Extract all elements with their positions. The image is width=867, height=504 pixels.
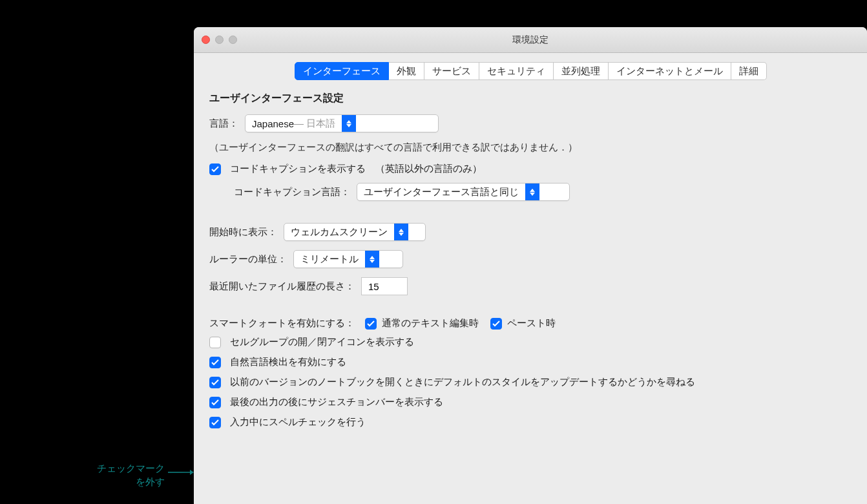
checkbox-update-style[interactable] <box>209 377 221 388</box>
checkbox-smartquote-paste[interactable] <box>490 318 502 330</box>
chevron-updown-icon <box>394 224 408 240</box>
language-native: — 日本語 <box>294 118 335 130</box>
chevron-updown-icon <box>342 115 356 132</box>
tab-services[interactable]: サービス <box>424 62 479 80</box>
language-select[interactable]: Japanese — 日本語 <box>245 114 439 132</box>
checkbox-smartquote-edit[interactable] <box>365 318 377 330</box>
update-style-label: 以前のバージョンのノートブックを開くときにデフォルトのスタイルをアップデートする… <box>230 376 695 388</box>
svg-marker-2 <box>346 120 351 123</box>
checkbox-cell-group[interactable] <box>209 337 221 348</box>
chevron-updown-icon <box>365 251 379 268</box>
cell-group-label: セルグループの開／閉アイコンを表示する <box>230 336 414 348</box>
recent-label: 最近開いたファイル履歴の長さ： <box>209 280 355 293</box>
svg-marker-4 <box>530 189 535 192</box>
annotation-line2: を外す <box>65 475 165 488</box>
svg-marker-9 <box>370 260 375 263</box>
external-annotation: チェックマーク を外す <box>65 461 165 488</box>
svg-marker-8 <box>370 256 375 259</box>
titlebar: 環境設定 <box>194 27 867 53</box>
annotation-line1: チェックマーク <box>65 461 165 475</box>
preferences-window: 環境設定 インターフェース 外観 サービス セキュリティ 並列処理 インターネッ… <box>194 27 867 504</box>
chevron-updown-icon <box>525 184 539 200</box>
tab-interface[interactable]: インターフェース <box>295 62 389 80</box>
tab-parallel[interactable]: 並列処理 <box>554 62 609 80</box>
close-icon[interactable] <box>202 36 210 44</box>
svg-marker-3 <box>346 124 351 127</box>
tab-security[interactable]: セキュリティ <box>479 62 554 80</box>
recent-files-input[interactable] <box>361 277 408 295</box>
smartquote-label: スマートクォートを有効にする： <box>209 317 355 330</box>
startup-select[interactable]: ウェルカムスクリーン <box>284 223 426 241</box>
language-value: Japanese <box>252 118 294 129</box>
ruler-select[interactable]: ミリメートル <box>293 250 403 268</box>
smartquote-paste-label: ペースト時 <box>507 317 556 330</box>
code-caption-lang-label: コードキャプション言語： <box>234 186 350 198</box>
svg-marker-7 <box>399 233 404 236</box>
svg-marker-5 <box>530 193 535 196</box>
section-heading: ユーザインターフェース設定 <box>209 92 851 105</box>
smartquote-edit-label: 通常のテキスト編集時 <box>382 317 479 330</box>
arrow-icon <box>168 467 194 479</box>
spellcheck-label: 入力中にスペルチェックを行う <box>230 416 366 428</box>
translation-note: （ユーザインターフェースの翻訳はすべての言語で利用できる訳ではありません．） <box>209 142 851 154</box>
window-controls <box>202 36 237 44</box>
checkbox-nl-detect[interactable] <box>209 357 221 368</box>
tab-internet[interactable]: インターネットとメール <box>609 62 731 80</box>
language-label: 言語： <box>209 118 238 130</box>
code-caption-label: コードキャプションを表示する （英語以外の言語のみ） <box>230 163 482 175</box>
checkbox-spellcheck[interactable] <box>209 417 221 428</box>
window-title: 環境設定 <box>512 34 548 46</box>
svg-marker-6 <box>399 229 404 232</box>
tab-advanced[interactable]: 詳細 <box>731 62 767 80</box>
ruler-label: ルーラーの単位： <box>209 253 287 266</box>
startup-label: 開始時に表示： <box>209 226 277 238</box>
suggestion-bar-label: 最後の出力の後にサジェスチョンバーを表示する <box>230 396 443 408</box>
checkbox-suggestion-bar[interactable] <box>209 397 221 408</box>
tab-bar: インターフェース 外観 サービス セキュリティ 並列処理 インターネットとメール… <box>194 53 867 92</box>
code-caption-lang-select[interactable]: ユーザインターフェース言語と同じ <box>357 183 570 201</box>
checkbox-code-caption[interactable] <box>209 163 221 175</box>
tab-appearance[interactable]: 外観 <box>389 62 424 80</box>
minimize-icon[interactable] <box>215 36 224 44</box>
nl-detect-label: 自然言語検出を有効にする <box>230 356 346 368</box>
content-panel: ユーザインターフェース設定 言語： Japanese — 日本語 （ユーザインタ… <box>194 92 867 452</box>
maximize-icon[interactable] <box>229 36 237 44</box>
